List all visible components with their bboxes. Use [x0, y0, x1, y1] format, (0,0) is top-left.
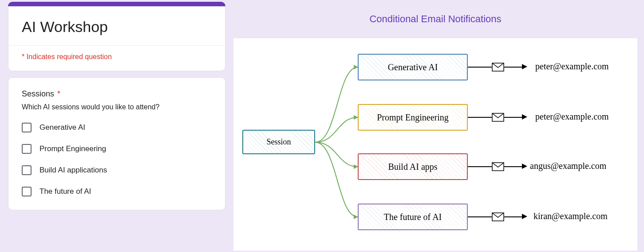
- envelope-icon: [492, 63, 504, 72]
- diagram-branch-node: The future of AI: [358, 204, 468, 230]
- diagram-branch-label: The future of AI: [384, 212, 442, 222]
- diagram-container: Conditional Email Notifications Session …: [233, 2, 637, 251]
- option-label: Prompt Engineering: [40, 144, 106, 153]
- checkbox[interactable]: [22, 187, 32, 196]
- option-row[interactable]: Generative AI: [22, 123, 212, 132]
- diagram-title: Conditional Email Notifications: [233, 2, 637, 25]
- form-title: AI Workshop: [8, 7, 225, 45]
- diagram-canvas: Session Generative AI Prompt Engineering…: [233, 38, 637, 251]
- option-row[interactable]: Prompt Engineering: [22, 144, 212, 154]
- form-container: AI Workshop * Indicates required questio…: [8, 2, 225, 216]
- option-label: Generative AI: [40, 123, 85, 132]
- checkbox[interactable]: [22, 165, 32, 175]
- question-label: Sessions *: [22, 89, 212, 99]
- checkbox[interactable]: [22, 144, 32, 154]
- diagram-root-node: Session: [242, 130, 315, 154]
- line: [504, 216, 522, 217]
- diagram-branch-label: Prompt Engineering: [377, 112, 449, 123]
- arrow-icon: [522, 114, 527, 120]
- required-star: *: [57, 89, 60, 98]
- diagram-branch-label: Generative AI: [388, 62, 438, 72]
- option-row[interactable]: Build AI applications: [22, 165, 212, 175]
- envelope-icon: [492, 113, 504, 122]
- diagram-branch-node: Build AI apps: [358, 153, 468, 180]
- line: [468, 216, 492, 217]
- diagram-email: angus@example.com: [530, 161, 606, 171]
- line: [468, 166, 492, 167]
- option-label: The future of AI: [40, 187, 91, 196]
- form-header-card: AI Workshop * Indicates required questio…: [8, 6, 225, 71]
- diagram-branch-node: Prompt Engineering: [358, 104, 468, 131]
- diagram-email: kiran@example.com: [533, 211, 608, 221]
- diagram-email: peter@example.com: [535, 61, 609, 72]
- diagram-connectors: [315, 38, 358, 251]
- arrow-icon: [522, 214, 527, 219]
- required-note: * Indicates required question: [8, 46, 225, 71]
- line: [468, 67, 492, 68]
- line: [504, 166, 522, 167]
- checkbox[interactable]: [22, 123, 32, 132]
- question-description: Which AI sessions would you like to atte…: [22, 103, 212, 111]
- envelope-icon: [492, 212, 504, 221]
- line: [468, 117, 492, 118]
- arrow-icon: [522, 164, 527, 169]
- envelope-icon: [492, 162, 504, 171]
- diagram-branch-label: Build AI apps: [388, 162, 437, 172]
- arrow-icon: [522, 64, 527, 69]
- option-label: Build AI applications: [40, 166, 107, 175]
- option-row[interactable]: The future of AI: [22, 187, 212, 196]
- diagram-email: peter@example.com: [535, 112, 609, 122]
- question-label-text: Sessions: [22, 89, 54, 98]
- diagram-root-label: Session: [266, 137, 291, 147]
- line: [504, 117, 522, 118]
- line: [504, 67, 522, 68]
- form-accent-bar: [8, 2, 225, 6]
- diagram-branch-node: Generative AI: [358, 54, 468, 80]
- question-card: Sessions * Which AI sessions would you l…: [8, 77, 225, 210]
